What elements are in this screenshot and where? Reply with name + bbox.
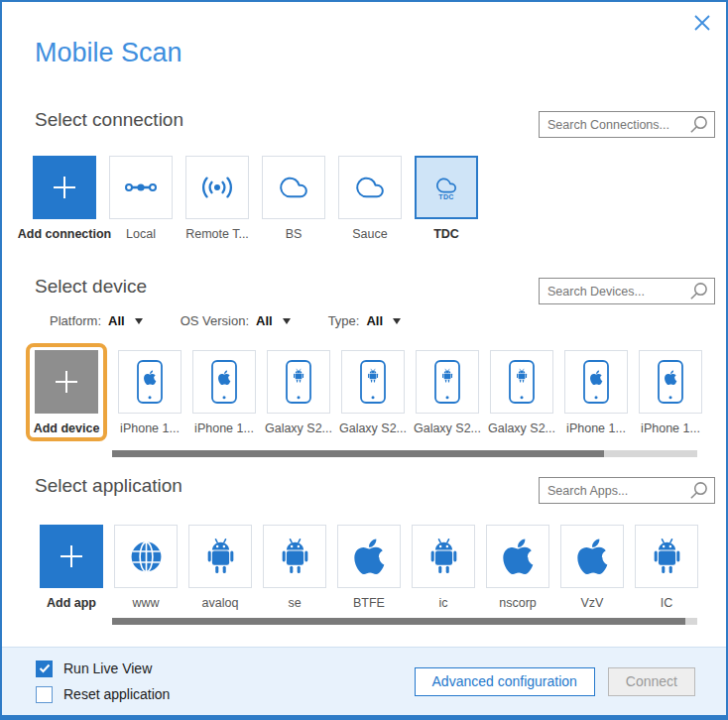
phone-apple-icon bbox=[581, 359, 611, 405]
application-section-heading: Select application bbox=[35, 475, 182, 497]
connection-tile[interactable] bbox=[262, 156, 325, 219]
apps-search-input[interactable] bbox=[540, 484, 688, 498]
cloud-icon bbox=[277, 174, 310, 201]
platform-filter[interactable]: Platform: All bbox=[50, 313, 143, 328]
add-app-tile[interactable] bbox=[40, 525, 103, 588]
device-filters: Platform: All OS Version: All Type: All bbox=[50, 313, 401, 328]
app-tile-label: IC bbox=[661, 596, 673, 610]
device-tile[interactable] bbox=[416, 350, 479, 414]
app-tile[interactable] bbox=[337, 525, 401, 588]
os-version-filter[interactable]: OS Version: All bbox=[181, 313, 291, 328]
add-device-tile[interactable] bbox=[35, 350, 98, 414]
add-app-tile-cell: Add app bbox=[40, 525, 103, 610]
device-tile[interactable] bbox=[267, 350, 330, 414]
device-tile[interactable] bbox=[341, 350, 405, 414]
advanced-configuration-button[interactable]: Advanced configuration bbox=[415, 667, 595, 696]
android-icon bbox=[650, 538, 684, 575]
os-version-filter-value: All bbox=[256, 313, 273, 328]
run-live-view-checkbox[interactable]: Run Live View bbox=[36, 660, 170, 677]
connection-tile-label: Local bbox=[126, 227, 156, 241]
footer-bar: Run Live View Reset application Advanced… bbox=[2, 647, 726, 718]
connection-tile[interactable]: TDC bbox=[415, 156, 478, 219]
device-tile-cell: Galaxy S2... bbox=[416, 350, 479, 435]
connection-tile[interactable] bbox=[109, 156, 173, 219]
close-icon[interactable] bbox=[691, 13, 713, 35]
phone-apple-icon bbox=[656, 359, 685, 405]
app-scrollbar-thumb[interactable] bbox=[112, 618, 685, 625]
app-tile-label: avaloq bbox=[202, 596, 239, 610]
connections-search-input[interactable] bbox=[540, 118, 688, 132]
android-icon bbox=[203, 538, 238, 575]
device-tile[interactable] bbox=[118, 350, 182, 414]
link-icon bbox=[124, 180, 158, 195]
app-tile-cell: se bbox=[263, 525, 326, 610]
device-tile-label: Galaxy S2... bbox=[414, 421, 481, 435]
app-tile-label: se bbox=[288, 596, 301, 610]
device-tile-cell: iPhone 1... bbox=[564, 350, 628, 435]
platform-filter-value: All bbox=[108, 313, 125, 328]
phone-android-icon bbox=[358, 359, 388, 405]
device-tile-label: Galaxy S2... bbox=[265, 421, 332, 435]
tile-icon-text: TDC bbox=[438, 193, 453, 200]
apple-icon bbox=[575, 537, 609, 577]
device-tile-label: iPhone 1... bbox=[641, 421, 700, 435]
device-tiles: Add deviceiPhone 1...iPhone 1...Galaxy S… bbox=[26, 343, 702, 441]
device-tile[interactable] bbox=[564, 350, 628, 414]
devices-search-input[interactable] bbox=[540, 285, 688, 299]
connections-search[interactable] bbox=[539, 111, 715, 138]
search-icon bbox=[688, 480, 714, 501]
search-icon bbox=[688, 114, 714, 135]
add-connection-tile[interactable] bbox=[33, 156, 96, 219]
phone-apple-icon bbox=[135, 359, 165, 405]
connection-tile-cell: Remote T... bbox=[185, 156, 249, 241]
device-tile[interactable] bbox=[192, 350, 256, 414]
footer-buttons: Advanced configuration Connect bbox=[415, 667, 695, 696]
device-tile-label: iPhone 1... bbox=[120, 421, 180, 435]
connection-tile-label: BS bbox=[286, 227, 303, 241]
connection-tile[interactable] bbox=[338, 156, 402, 219]
app-tile[interactable] bbox=[188, 525, 252, 588]
device-tile[interactable] bbox=[490, 350, 553, 414]
android-icon bbox=[426, 538, 461, 575]
device-tile-cell: Galaxy S2... bbox=[267, 350, 330, 435]
device-tile-cell: iPhone 1... bbox=[118, 350, 182, 435]
app-tile[interactable] bbox=[263, 525, 326, 588]
app-tile[interactable] bbox=[486, 525, 549, 588]
phone-android-icon bbox=[284, 359, 313, 405]
app-tile-cell: avaloq bbox=[188, 525, 252, 610]
app-tile[interactable] bbox=[560, 525, 624, 588]
checkbox-icon[interactable] bbox=[36, 686, 53, 703]
connection-tile-cell: BS bbox=[262, 156, 325, 241]
plus-icon bbox=[50, 365, 83, 399]
device-tile[interactable] bbox=[639, 350, 702, 414]
app-tile[interactable] bbox=[635, 525, 698, 588]
app-tile-label: VzV bbox=[581, 596, 604, 610]
type-filter[interactable]: Type: All bbox=[328, 313, 401, 328]
device-tile-label: iPhone 1... bbox=[566, 421, 626, 435]
device-tile-cell: iPhone 1... bbox=[639, 350, 702, 435]
connection-tile-label: Sauce bbox=[352, 227, 387, 241]
apps-search[interactable] bbox=[539, 477, 715, 504]
device-tile-label: Add device bbox=[34, 421, 100, 435]
apple-icon bbox=[501, 537, 535, 577]
app-tile-label: BTFE bbox=[353, 596, 385, 610]
device-scrollbar-thumb[interactable] bbox=[112, 450, 604, 457]
device-scrollbar[interactable] bbox=[112, 450, 697, 457]
phone-apple-icon bbox=[209, 359, 239, 405]
app-tiles: Add appwwwavaloqseBTFEicnscorpVzVIC bbox=[40, 525, 698, 610]
app-tile-label: nscorp bbox=[499, 596, 537, 610]
chevron-down-icon bbox=[393, 318, 401, 324]
mobile-scan-dialog: Mobile Scan Select connection Add connec… bbox=[0, 0, 728, 720]
reset-application-checkbox[interactable]: Reset application bbox=[36, 686, 170, 703]
connection-tile[interactable] bbox=[185, 156, 249, 219]
app-tile[interactable] bbox=[412, 525, 475, 588]
checkbox-icon[interactable] bbox=[36, 660, 53, 677]
cloud-icon bbox=[433, 176, 459, 195]
devices-search[interactable] bbox=[539, 278, 715, 304]
apple-icon bbox=[352, 537, 386, 577]
app-scrollbar[interactable] bbox=[112, 618, 697, 625]
app-tile-label: www bbox=[132, 596, 159, 610]
connect-button[interactable]: Connect bbox=[608, 667, 695, 696]
app-tile[interactable] bbox=[114, 525, 178, 588]
connection-tile-label: TDC bbox=[433, 227, 459, 241]
